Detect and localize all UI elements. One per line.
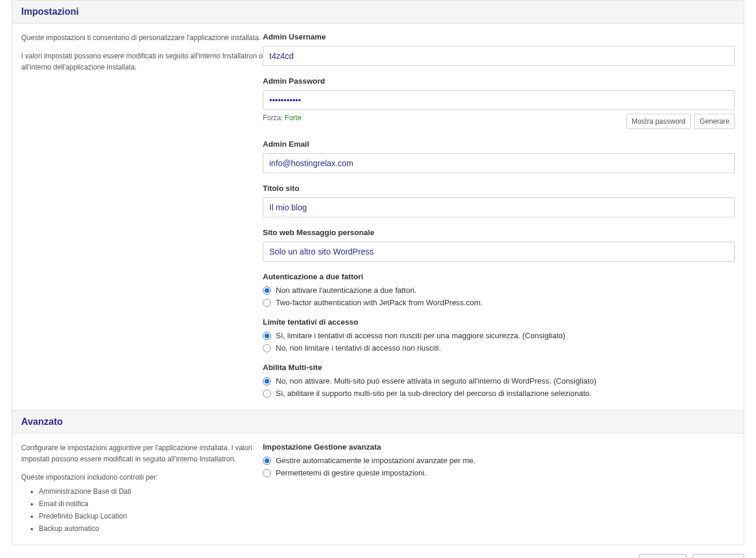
install-button[interactable]: + Installa — [692, 554, 744, 558]
two-factor-label: Autenticazione a due fattori — [263, 272, 735, 281]
radio-icon — [263, 377, 271, 385]
two-factor-opt-disable[interactable]: Non attivare l'autenticazione a due fatt… — [263, 286, 735, 295]
advanced-mgmt-opt2-text: Permettetemi di gestire queste impostazi… — [276, 468, 427, 477]
settings-description: Queste impostazioni ti consentono di per… — [21, 32, 263, 401]
admin-email-label: Admin Email — [263, 140, 735, 148]
advanced-description: Configurare le impostazioni aggiuntive p… — [21, 443, 263, 536]
site-message-input[interactable] — [263, 242, 735, 262]
generate-password-button[interactable]: Generare — [694, 114, 735, 129]
cancel-button[interactable]: Cancella — [639, 554, 686, 558]
multisite-opt2-text: Sì, abilitare il supporto multi-sito per… — [276, 389, 592, 398]
admin-username-label: Admin Username — [263, 32, 735, 41]
advanced-mgmt-opt1-text: Gestire automaticamente le impostazioni … — [276, 456, 476, 465]
settings-header: Impostazioni — [12, 1, 744, 24]
advanced-bullet-auto-backup: Backup automatico — [39, 523, 263, 534]
multisite-label: Abilita Multi-site — [263, 363, 735, 372]
site-title-input[interactable] — [263, 197, 735, 217]
password-strength: Forza: Forte — [263, 114, 301, 122]
login-limit-label: Limite tentativi di accesso — [263, 318, 735, 326]
advanced-mgmt-opt-auto[interactable]: Gestire automaticamente le impostazioni … — [263, 456, 735, 465]
two-factor-opt-jetpack[interactable]: Two-factor authentication with JetPack f… — [263, 298, 735, 307]
radio-icon — [263, 344, 271, 352]
radio-icon — [263, 299, 271, 307]
advanced-header: Avanzato — [12, 410, 744, 434]
multisite-opt1-text: No, non attivare. Multi-sito può essere … — [276, 377, 596, 385]
radio-icon — [263, 457, 271, 465]
multisite-opt-yes[interactable]: Sì, abilitare il supporto multi-sito per… — [263, 389, 735, 398]
site-title-label: Titolo sito — [263, 184, 735, 193]
advanced-bullet-backup-loc: Predefinito Backup Location — [39, 511, 263, 522]
radio-icon — [263, 332, 271, 340]
admin-password-input[interactable] — [263, 90, 735, 110]
show-password-button[interactable]: Mostra password — [626, 114, 691, 129]
strength-label: Forza: — [263, 114, 285, 122]
admin-password-label: Admin Password — [263, 77, 735, 85]
advanced-bullet-db: Amministrazione Base di Dati — [39, 486, 263, 497]
settings-desc-2: I valori impostati possono essere modifi… — [21, 51, 263, 73]
advanced-desc-2: Queste impostazioni includono controlli … — [21, 472, 263, 483]
login-limit-opt-yes[interactable]: Sì, limitare i tentativi di accesso non … — [263, 331, 735, 340]
login-limit-opt-no[interactable]: No, non limitare i tentativi di accesso … — [263, 344, 735, 352]
two-factor-opt2-text: Two-factor authentication with JetPack f… — [276, 298, 483, 307]
multisite-opt-no[interactable]: No, non attivare. Multi-sito può essere … — [263, 377, 735, 385]
advanced-mgmt-opt-manual[interactable]: Permettetemi di gestire queste impostazi… — [263, 468, 735, 477]
admin-username-input[interactable] — [263, 46, 735, 66]
advanced-desc-1: Configurare le impostazioni aggiuntive p… — [21, 443, 263, 465]
site-message-label: Sito web Messaggio personale — [263, 228, 735, 237]
login-limit-opt2-text: No, non limitare i tentativi di accesso … — [276, 344, 441, 352]
two-factor-opt1-text: Non attivare l'autenticazione a due fatt… — [276, 286, 417, 295]
settings-panel: Impostazioni Queste impostazioni ti cons… — [12, 0, 744, 545]
strength-value: Forte — [285, 114, 301, 122]
advanced-bullet-email: Email di notifica — [39, 498, 263, 510]
radio-icon — [263, 469, 271, 477]
settings-desc-1: Queste impostazioni ti consentono di per… — [21, 32, 263, 44]
footer-buttons: Cancella + Installa — [12, 554, 744, 558]
login-limit-opt1-text: Sì, limitare i tentativi di accesso non … — [276, 331, 565, 340]
advanced-mgmt-label: Impostazione Gestione avanzata — [263, 443, 735, 451]
admin-email-input[interactable] — [263, 153, 735, 173]
radio-icon — [263, 286, 271, 295]
radio-icon — [263, 389, 271, 398]
